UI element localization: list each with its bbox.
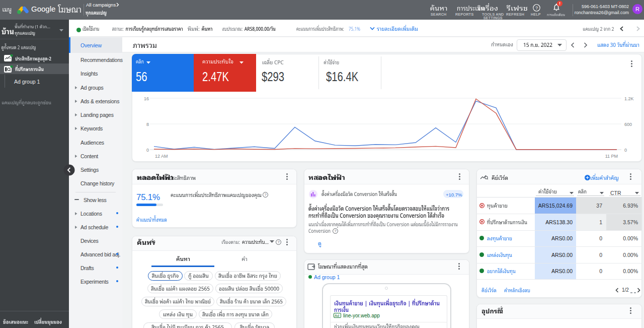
svg-text:8: 8 [146,122,149,127]
svg-text:?: ? [264,192,266,197]
svg-text:?: ? [535,6,538,11]
svg-text:?: ? [277,240,279,244]
svg-text:1.2K: 1.2K [624,96,634,101]
svg-text:12 AM: 12 AM [155,154,168,159]
svg-text:600: 600 [624,122,632,127]
svg-text:0: 0 [624,148,627,153]
svg-text:16: 16 [144,96,149,101]
svg-text:11 PM: 11 PM [605,154,618,159]
svg-text:?: ? [334,229,336,233]
svg-text:0: 0 [146,148,149,153]
